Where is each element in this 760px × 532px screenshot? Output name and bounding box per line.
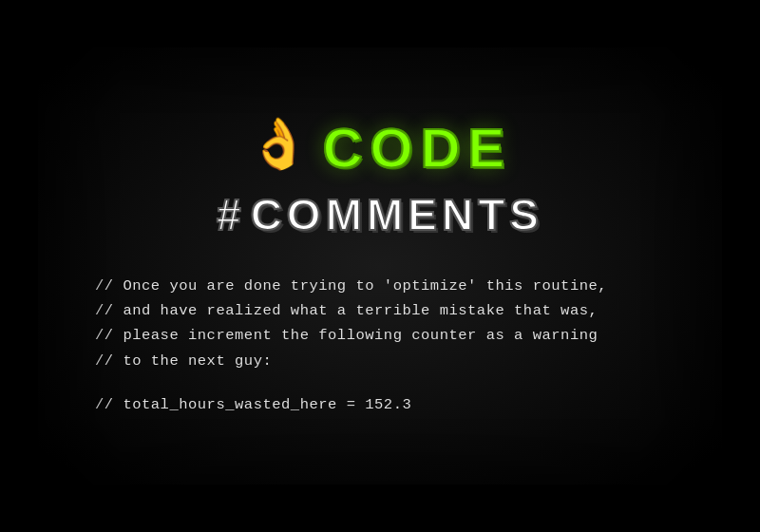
ok-emoji: 👌	[248, 124, 310, 173]
title-row: 👌 CODE	[248, 116, 513, 180]
subtitle-row: # COMMENTS	[217, 189, 543, 240]
comments-title: COMMENTS	[251, 189, 543, 240]
code-block: // Once you are done trying to 'optimize…	[95, 275, 665, 415]
code-line: // please increment the following counte…	[95, 324, 665, 347]
code-line: // to the next guy:	[95, 350, 665, 372]
code-line: // and have realized what a terrible mis…	[95, 299, 665, 322]
hash-symbol: #	[217, 189, 241, 240]
code-line: // total_hours_wasted_here = 152.3	[95, 393, 665, 416]
main-card: 👌 CODE # COMMENTS // Once you are done t…	[38, 48, 722, 484]
vignette	[38, 48, 722, 484]
code-line: // Once you are done trying to 'optimize…	[95, 275, 665, 297]
code-line	[95, 374, 665, 391]
code-title: CODE	[323, 116, 513, 180]
